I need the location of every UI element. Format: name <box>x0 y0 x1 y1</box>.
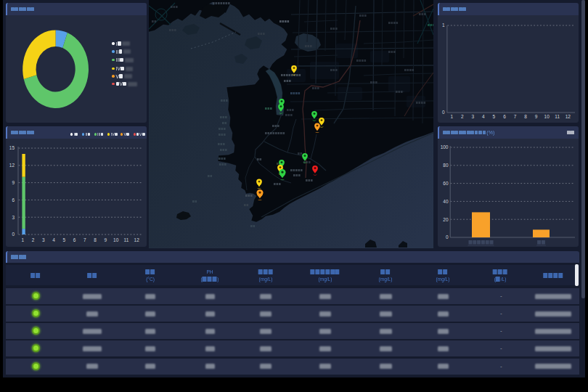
svg-text:1: 1 <box>442 23 445 28</box>
svg-text:0: 0 <box>446 234 449 240</box>
svg-text:3: 3 <box>42 237 45 242</box>
svg-text:12: 12 <box>134 237 140 242</box>
svg-text:11: 11 <box>555 114 560 119</box>
svg-text:6: 6 <box>503 114 506 119</box>
svg-text:3: 3 <box>12 215 15 220</box>
svg-text:5: 5 <box>63 237 66 242</box>
svg-text:6: 6 <box>12 197 15 203</box>
svg-text:2: 2 <box>32 237 35 242</box>
svg-text:9: 9 <box>535 114 538 119</box>
svg-text:15: 15 <box>9 145 15 150</box>
svg-text:4: 4 <box>52 237 55 242</box>
svg-text:11: 11 <box>124 237 129 242</box>
svg-text:10: 10 <box>113 237 119 242</box>
svg-text:9: 9 <box>105 237 107 242</box>
svg-text:4: 4 <box>482 114 485 119</box>
svg-text:6: 6 <box>73 237 76 242</box>
svg-text:40: 40 <box>443 199 449 204</box>
svg-text:5: 5 <box>493 114 496 119</box>
svg-text:0: 0 <box>442 110 445 115</box>
svg-text:100: 100 <box>441 144 449 150</box>
svg-text:7: 7 <box>514 114 517 119</box>
svg-text:12: 12 <box>9 163 15 168</box>
svg-text:10: 10 <box>544 114 550 119</box>
svg-text:9: 9 <box>12 180 15 185</box>
svg-text:20: 20 <box>443 217 449 222</box>
svg-text:7: 7 <box>83 237 86 242</box>
svg-text:60: 60 <box>443 181 449 186</box>
svg-text:1: 1 <box>22 237 25 242</box>
svg-text:0: 0 <box>12 232 15 237</box>
svg-text:1: 1 <box>450 114 453 119</box>
svg-text:3: 3 <box>471 114 474 119</box>
svg-text:12: 12 <box>565 114 571 119</box>
svg-text:80: 80 <box>443 163 449 168</box>
svg-text:8: 8 <box>94 237 97 242</box>
svg-text:2: 2 <box>461 114 464 119</box>
svg-text:8: 8 <box>524 114 527 119</box>
